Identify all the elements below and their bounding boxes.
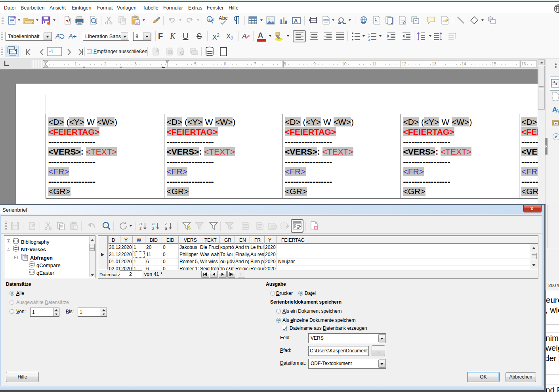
svg-text:A: A xyxy=(294,18,298,24)
svg-text:a: a xyxy=(165,226,168,231)
svg-text:a: a xyxy=(139,221,142,226)
svg-text:d: d xyxy=(212,17,214,22)
svg-text:a: a xyxy=(208,17,210,21)
svg-text:z: z xyxy=(165,221,167,226)
svg-text:z: z xyxy=(139,226,142,231)
svg-text:a: a xyxy=(152,221,155,226)
svg-text:A: A xyxy=(242,33,246,40)
svg-text:z: z xyxy=(152,226,155,231)
svg-text:A: A xyxy=(555,108,559,114)
svg-text:A: A xyxy=(68,33,73,40)
svg-text:3: 3 xyxy=(368,38,370,41)
svg-text:Abc: Abc xyxy=(219,15,228,21)
svg-text:1: 1 xyxy=(375,17,377,21)
svg-text:A: A xyxy=(55,33,60,40)
